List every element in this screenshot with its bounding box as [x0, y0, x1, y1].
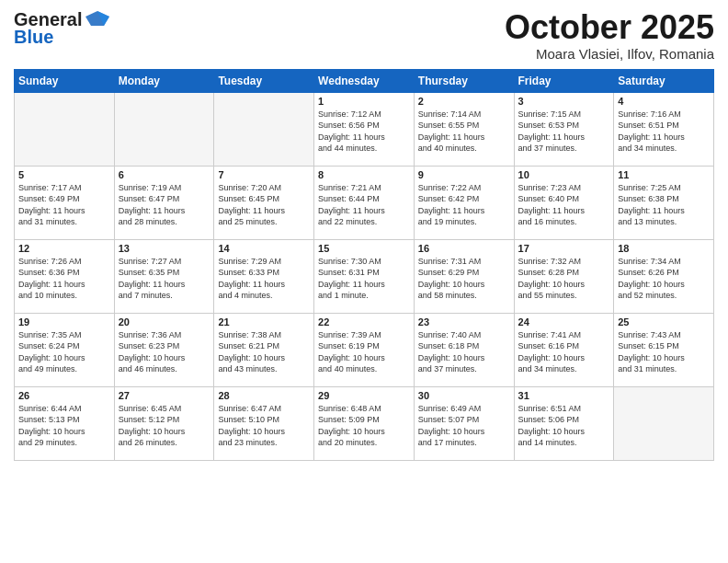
day-number: 5 — [18, 169, 110, 180]
day-info: Sunrise: 6:49 AM Sunset: 5:07 PM Dayligh… — [418, 403, 510, 449]
calendar-cell: 19Sunrise: 7:35 AM Sunset: 6:24 PM Dayli… — [15, 313, 115, 386]
day-info: Sunrise: 7:25 AM Sunset: 6:38 PM Dayligh… — [618, 182, 710, 228]
calendar-table: Sunday Monday Tuesday Wednesday Thursday… — [14, 69, 714, 461]
day-info: Sunrise: 7:43 AM Sunset: 6:15 PM Dayligh… — [618, 329, 710, 375]
day-number: 26 — [18, 390, 110, 401]
calendar-cell: 8Sunrise: 7:21 AM Sunset: 6:44 PM Daylig… — [314, 166, 415, 239]
week-row-2: 12Sunrise: 7:26 AM Sunset: 6:36 PM Dayli… — [15, 239, 714, 313]
day-number: 4 — [618, 96, 710, 107]
calendar-cell: 31Sunrise: 6:51 AM Sunset: 5:06 PM Dayli… — [514, 386, 614, 460]
header-monday: Monday — [114, 69, 214, 92]
day-info: Sunrise: 7:20 AM Sunset: 6:45 PM Dayligh… — [218, 182, 310, 228]
calendar-cell: 15Sunrise: 7:30 AM Sunset: 6:31 PM Dayli… — [314, 239, 415, 313]
day-number: 30 — [418, 390, 510, 401]
day-info: Sunrise: 7:22 AM Sunset: 6:42 PM Dayligh… — [418, 182, 510, 228]
day-number: 12 — [18, 243, 110, 254]
calendar-cell: 2Sunrise: 7:14 AM Sunset: 6:55 PM Daylig… — [414, 92, 514, 166]
calendar-cell: 16Sunrise: 7:31 AM Sunset: 6:29 PM Dayli… — [414, 239, 514, 313]
calendar-cell: 24Sunrise: 7:41 AM Sunset: 6:16 PM Dayli… — [514, 313, 614, 386]
header-thursday: Thursday — [414, 69, 514, 92]
day-number: 13 — [119, 243, 210, 254]
calendar-cell: 12Sunrise: 7:26 AM Sunset: 6:36 PM Dayli… — [15, 239, 115, 313]
calendar-cell: 28Sunrise: 6:47 AM Sunset: 5:10 PM Dayli… — [214, 386, 314, 460]
page: General Blue October 2025 Moara Vlasiei,… — [0, 0, 728, 563]
week-row-1: 5Sunrise: 7:17 AM Sunset: 6:49 PM Daylig… — [15, 166, 714, 239]
day-number: 25 — [618, 316, 710, 327]
day-info: Sunrise: 7:26 AM Sunset: 6:36 PM Dayligh… — [18, 256, 110, 302]
week-row-3: 19Sunrise: 7:35 AM Sunset: 6:24 PM Dayli… — [15, 313, 714, 386]
header-friday: Friday — [514, 69, 614, 92]
day-info: Sunrise: 7:32 AM Sunset: 6:28 PM Dayligh… — [518, 256, 610, 302]
week-row-4: 26Sunrise: 6:44 AM Sunset: 5:13 PM Dayli… — [15, 386, 714, 460]
day-info: Sunrise: 6:48 AM Sunset: 5:09 PM Dayligh… — [318, 403, 410, 449]
day-number: 27 — [119, 390, 210, 401]
month-title: October 2025 — [505, 9, 714, 46]
calendar-cell: 1Sunrise: 7:12 AM Sunset: 6:56 PM Daylig… — [314, 92, 415, 166]
calendar-cell: 10Sunrise: 7:23 AM Sunset: 6:40 PM Dayli… — [514, 166, 614, 239]
day-info: Sunrise: 6:47 AM Sunset: 5:10 PM Dayligh… — [218, 403, 310, 449]
day-number: 8 — [318, 169, 410, 180]
day-number: 16 — [418, 243, 510, 254]
header-wednesday: Wednesday — [314, 69, 415, 92]
day-info: Sunrise: 7:16 AM Sunset: 6:51 PM Dayligh… — [618, 109, 710, 155]
day-number: 28 — [218, 390, 310, 401]
calendar-cell: 4Sunrise: 7:16 AM Sunset: 6:51 PM Daylig… — [614, 92, 714, 166]
day-info: Sunrise: 7:21 AM Sunset: 6:44 PM Dayligh… — [318, 182, 410, 228]
header-sunday: Sunday — [15, 69, 115, 92]
weekday-header-row: Sunday Monday Tuesday Wednesday Thursday… — [15, 69, 714, 92]
day-number: 19 — [18, 316, 110, 327]
day-number: 22 — [318, 316, 410, 327]
calendar-cell: 3Sunrise: 7:15 AM Sunset: 6:53 PM Daylig… — [514, 92, 614, 166]
day-number: 17 — [518, 243, 610, 254]
calendar-cell — [214, 92, 314, 166]
day-info: Sunrise: 6:45 AM Sunset: 5:12 PM Dayligh… — [119, 403, 210, 449]
calendar-cell — [114, 92, 214, 166]
calendar-cell: 23Sunrise: 7:40 AM Sunset: 6:18 PM Dayli… — [414, 313, 514, 386]
day-number: 9 — [418, 169, 510, 180]
day-number: 1 — [318, 96, 410, 107]
day-number: 31 — [518, 390, 610, 401]
calendar-cell: 22Sunrise: 7:39 AM Sunset: 6:19 PM Dayli… — [314, 313, 415, 386]
day-info: Sunrise: 7:34 AM Sunset: 6:26 PM Dayligh… — [618, 256, 710, 302]
day-number: 14 — [218, 243, 310, 254]
calendar-cell: 26Sunrise: 6:44 AM Sunset: 5:13 PM Dayli… — [15, 386, 115, 460]
day-info: Sunrise: 7:36 AM Sunset: 6:23 PM Dayligh… — [119, 329, 210, 375]
day-info: Sunrise: 7:30 AM Sunset: 6:31 PM Dayligh… — [318, 256, 410, 302]
header: General Blue October 2025 Moara Vlasiei,… — [14, 9, 714, 62]
calendar-cell: 17Sunrise: 7:32 AM Sunset: 6:28 PM Dayli… — [514, 239, 614, 313]
day-info: Sunrise: 7:17 AM Sunset: 6:49 PM Dayligh… — [18, 182, 110, 228]
day-info: Sunrise: 6:44 AM Sunset: 5:13 PM Dayligh… — [18, 403, 110, 449]
day-info: Sunrise: 7:38 AM Sunset: 6:21 PM Dayligh… — [218, 329, 310, 375]
day-info: Sunrise: 7:12 AM Sunset: 6:56 PM Dayligh… — [318, 109, 410, 155]
day-info: Sunrise: 7:23 AM Sunset: 6:40 PM Dayligh… — [518, 182, 610, 228]
logo-icon — [84, 9, 111, 29]
calendar-cell: 13Sunrise: 7:27 AM Sunset: 6:35 PM Dayli… — [114, 239, 214, 313]
calendar-cell: 29Sunrise: 6:48 AM Sunset: 5:09 PM Dayli… — [314, 386, 415, 460]
day-info: Sunrise: 7:19 AM Sunset: 6:47 PM Dayligh… — [119, 182, 210, 228]
calendar-cell: 5Sunrise: 7:17 AM Sunset: 6:49 PM Daylig… — [15, 166, 115, 239]
calendar-cell: 21Sunrise: 7:38 AM Sunset: 6:21 PM Dayli… — [214, 313, 314, 386]
calendar-cell: 30Sunrise: 6:49 AM Sunset: 5:07 PM Dayli… — [414, 386, 514, 460]
calendar-cell: 6Sunrise: 7:19 AM Sunset: 6:47 PM Daylig… — [114, 166, 214, 239]
calendar-cell: 14Sunrise: 7:29 AM Sunset: 6:33 PM Dayli… — [214, 239, 314, 313]
title-block: October 2025 Moara Vlasiei, Ilfov, Roman… — [505, 9, 714, 62]
day-number: 20 — [119, 316, 210, 327]
day-number: 24 — [518, 316, 610, 327]
day-number: 2 — [418, 96, 510, 107]
calendar-cell: 7Sunrise: 7:20 AM Sunset: 6:45 PM Daylig… — [214, 166, 314, 239]
day-info: Sunrise: 7:41 AM Sunset: 6:16 PM Dayligh… — [518, 329, 610, 375]
header-saturday: Saturday — [614, 69, 714, 92]
day-number: 6 — [119, 169, 210, 180]
day-number: 10 — [518, 169, 610, 180]
calendar-cell: 27Sunrise: 6:45 AM Sunset: 5:12 PM Dayli… — [114, 386, 214, 460]
day-number: 7 — [218, 169, 310, 180]
week-row-0: 1Sunrise: 7:12 AM Sunset: 6:56 PM Daylig… — [15, 92, 714, 166]
day-number: 3 — [518, 96, 610, 107]
day-info: Sunrise: 7:29 AM Sunset: 6:33 PM Dayligh… — [218, 256, 310, 302]
day-info: Sunrise: 7:35 AM Sunset: 6:24 PM Dayligh… — [18, 329, 110, 375]
day-number: 11 — [618, 169, 710, 180]
day-info: Sunrise: 6:51 AM Sunset: 5:06 PM Dayligh… — [518, 403, 610, 449]
day-info: Sunrise: 7:39 AM Sunset: 6:19 PM Dayligh… — [318, 329, 410, 375]
day-number: 23 — [418, 316, 510, 327]
day-info: Sunrise: 7:27 AM Sunset: 6:35 PM Dayligh… — [119, 256, 210, 302]
